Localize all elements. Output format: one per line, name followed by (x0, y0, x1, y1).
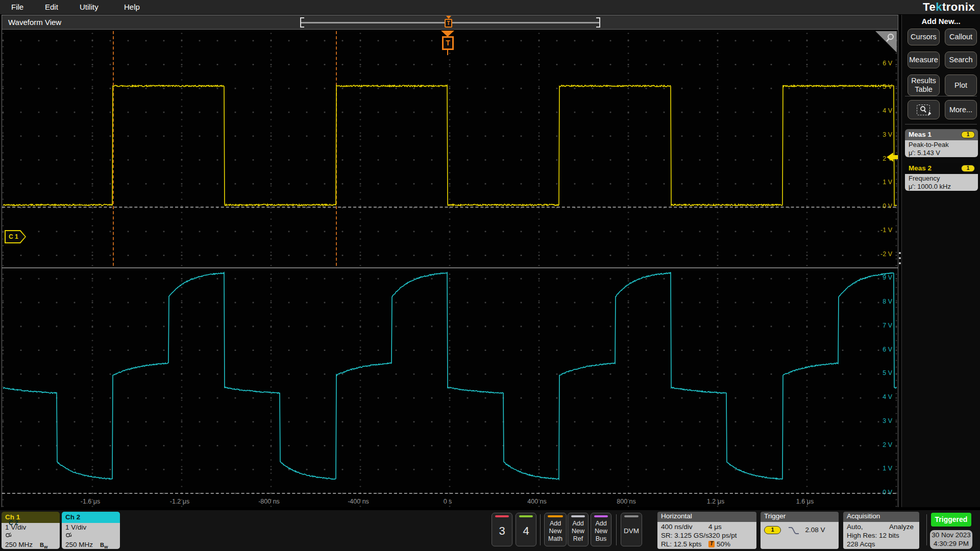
cursor-arrow-icon (928, 111, 932, 116)
falling-edge-icon (788, 527, 799, 534)
y-axis-tick-label: 4 V (883, 107, 892, 114)
ch2-scale: 1 V/div (65, 523, 120, 532)
arrow-tail (893, 155, 898, 159)
ch1-reference-marker[interactable]: C 1 (5, 230, 26, 243)
marker-tip (447, 50, 448, 55)
sample-rate: SR: 3.125 GS/s (661, 532, 709, 539)
waveform-view-titlebar: Waveform View T (2, 15, 898, 30)
meas1-value: μ': 5.143 V (909, 149, 978, 157)
oscilloscope-app: File Edit Utility Help Tektronix Wavefor… (0, 0, 980, 551)
more-button[interactable]: More... (945, 100, 977, 119)
ch4-color-stripe (519, 515, 533, 517)
graticule: 6 V5 V4 V3 V2 V1 V0 V-1 V-2 V9 V8 V7 V6 … (2, 30, 898, 507)
meas2-type: Frequency (909, 174, 978, 183)
y-axis-tick-label: 2 V (883, 441, 892, 448)
meas2-title: Meas 2 (909, 164, 932, 172)
acquisition-panel[interactable]: Acquisition Auto,Analyze High Res: 12 bi… (843, 512, 919, 549)
menu-file[interactable]: File (11, 3, 23, 11)
x-axis-tick-label: -800 ns (258, 498, 280, 505)
bottom-bar: Ch 1 1 V/div 250 MHzBW Ch 2 1 V/div 250 … (0, 510, 980, 551)
menu-bar: File Edit Utility Help Tektronix (0, 0, 980, 14)
acquisition-analyze: Analyze (889, 522, 914, 531)
menu-utility[interactable]: Utility (80, 3, 99, 11)
waveform-view-panel: Waveform View T (2, 15, 898, 507)
sample-period: 320 ps/pt (708, 531, 737, 540)
ch3-label: 3 (492, 524, 512, 538)
trigger-level-value: 2.08 V (805, 526, 825, 534)
time-text: 4:30:29 PM (930, 539, 972, 548)
ch1-bandwidth: 250 MHz (5, 541, 33, 548)
y-axis-tick-label: 5 V (883, 369, 892, 377)
dvm-color-stripe (624, 515, 639, 517)
add-measure-button[interactable]: Measure (908, 52, 940, 68)
add-callout-button[interactable]: Callout (945, 29, 977, 45)
dvm-button[interactable]: DVM (621, 513, 642, 546)
trigger-position-pct: 50% (717, 540, 730, 548)
x-axis-tick-label: 1.6 μs (796, 498, 814, 505)
meas2-source-badge: 1 (961, 165, 975, 172)
ch3-button[interactable]: 3 (492, 513, 512, 546)
ch1-badge[interactable]: Ch 1 1 V/div 250 MHzBW (2, 512, 60, 549)
ch2-trace (3, 272, 897, 479)
add-cursors-button[interactable]: Cursors (908, 29, 940, 45)
menu-edit[interactable]: Edit (45, 3, 58, 11)
ch2-badge-header: Ch 2 (62, 512, 120, 523)
x-axis-tick-label: 0 s (444, 498, 452, 505)
datetime-badge: 30 Nov 2023 4:30:29 PM (930, 530, 972, 549)
measurement-card-meas2[interactable]: Meas 2 1 Frequency μ': 1000.0 kHz (905, 163, 978, 191)
add-ref-label: Add New Ref (568, 520, 588, 543)
y-axis-tick-label: 1 V (883, 179, 892, 186)
bus-color-stripe (594, 515, 608, 517)
add-math-label: Add New Math (545, 520, 566, 543)
add-bus-label: Add New Bus (591, 520, 611, 543)
bandwidth-limit-icon: BW (100, 542, 108, 548)
menu-help[interactable]: Help (124, 3, 140, 11)
trigger-level-arrow[interactable] (887, 153, 898, 162)
y-axis-tick-label: 1 V (883, 465, 892, 472)
divider (905, 96, 977, 96)
acquisition-count: 228 Acqs (847, 540, 916, 548)
waveform-traces (2, 30, 898, 507)
x-axis-tick-label: 800 ns (617, 498, 636, 505)
ch4-button[interactable]: 4 (516, 513, 536, 546)
acquisition-mode: Auto, (847, 523, 863, 531)
acquisition-resolution: High Res: 12 bits (847, 531, 916, 540)
probe-icon (5, 532, 60, 541)
waveform-view-title: Waveform View (8, 18, 61, 27)
horizontal-scale: 400 ns/div (661, 523, 693, 531)
ch4-label: 4 (516, 524, 536, 538)
ref-color-stripe (571, 515, 585, 517)
trigger-panel[interactable]: Trigger 1 2.08 V (761, 512, 839, 549)
meas1-title: Meas 1 (909, 131, 932, 138)
trigger-position-marker[interactable]: T (440, 31, 455, 55)
trigger-t-icon: T (445, 19, 452, 28)
meas2-value: μ': 1000.0 kHz (909, 183, 978, 191)
measurement-card-meas1[interactable]: Meas 1 1 Peak-to-Peak μ': 5.143 V (905, 129, 978, 157)
magnifier-icon (885, 33, 895, 43)
y-axis-tick-label: 6 V (883, 346, 892, 353)
zoom-select-button[interactable] (908, 100, 940, 119)
add-new-bus-button[interactable]: Add New Bus (591, 513, 611, 546)
add-plot-button[interactable]: Plot (945, 74, 977, 96)
add-search-button[interactable]: Search (945, 52, 977, 68)
x-axis-tick-label: -1.6 μs (81, 498, 100, 505)
trigger-position-mini-marker[interactable]: T (445, 16, 453, 29)
add-results-table-button[interactable]: Results Table (908, 74, 940, 96)
horizontal-pan-zoom-bracket[interactable]: T (300, 17, 600, 28)
bracket-right (596, 17, 600, 28)
trigger-source-badge: 1 (764, 526, 781, 534)
acquisition-panel-header: Acquisition (843, 512, 919, 522)
ch2-marker-label: C 2 (9, 519, 18, 527)
trigger-status-badge: Triggered (931, 513, 971, 527)
divider (540, 514, 541, 545)
trigger-position-icon (708, 541, 715, 547)
y-axis-tick-label: 9 V (883, 274, 892, 281)
horizontal-panel[interactable]: Horizontal 400 ns/div4 μs SR: 3.125 GS/s… (657, 512, 756, 549)
ch1-marker-label: C 1 (9, 233, 18, 240)
add-new-math-button[interactable]: Add New Math (544, 513, 567, 546)
meas1-type: Peak-to-Peak (909, 141, 978, 149)
add-new-ref-button[interactable]: Add New Ref (568, 513, 589, 546)
ch2-badge[interactable]: Ch 2 1 V/div 250 MHzBW (62, 512, 120, 549)
divider (926, 514, 927, 545)
bandwidth-limit-icon: BW (40, 542, 48, 548)
